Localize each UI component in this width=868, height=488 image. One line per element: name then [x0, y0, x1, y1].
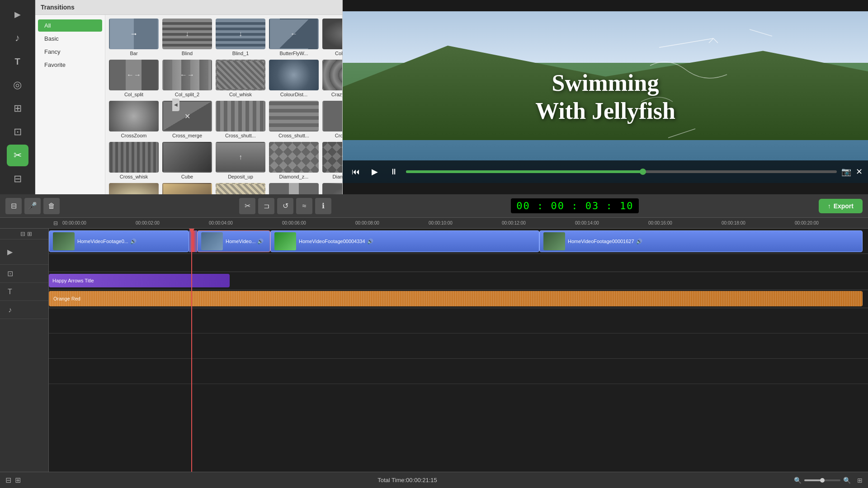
transition-item-crossshut[interactable]: Cross_shutt...	[216, 101, 265, 138]
ruler-mark: 00:00:10:00	[429, 221, 502, 225]
sidebar-icon-audio[interactable]: ♪	[7, 27, 28, 49]
transition-item-colourdist[interactable]: ColourDist...	[269, 60, 319, 97]
title-clip[interactable]: Happy Arrows Title	[49, 274, 230, 287]
transition-item-crosszoom[interactable]: CrossZoom	[109, 101, 159, 138]
transition-icon-blind1: ↓	[239, 30, 242, 38]
video-clip-1[interactable]: HomeVideoFootage0... 🔊	[49, 230, 189, 252]
zoom-controls: 🔍 🔍 ⊞	[794, 477, 863, 484]
transition-thumb-crossmerge: ✕	[162, 101, 212, 131]
transition-item-doorway[interactable]: ←→DoorWay	[269, 183, 319, 194]
transition-label-diamondz: Diamond_z...	[279, 174, 309, 179]
transition-item-crosswhisk[interactable]: Cross_whisk	[109, 142, 159, 179]
preview-close-button[interactable]: ✕	[856, 167, 863, 177]
transition-thumb-diamondz	[269, 142, 319, 173]
transition-item-colmerge[interactable]: →Col_merge	[322, 19, 342, 56]
export-label: Export	[834, 202, 854, 210]
preview-title-line1: Swimming	[552, 70, 659, 96]
zoom-slider[interactable]	[804, 479, 840, 481]
transition-item-bar[interactable]: →Bar	[109, 19, 159, 56]
transition-item-butterfly[interactable]: ←ButterFlyW...	[269, 19, 319, 56]
add-track-icon[interactable]: ⊟	[20, 230, 25, 237]
preview-title-line2: With Jellyfish	[535, 98, 675, 124]
play-button[interactable]: ▶	[368, 165, 382, 178]
transition-thumb-cube	[162, 142, 212, 173]
zoom-in-icon[interactable]: 🔍	[843, 477, 851, 484]
transition-item-drop[interactable]: ↓Drop	[322, 183, 342, 194]
sidebar-icon-overlay[interactable]: ⊞	[7, 98, 28, 119]
grid-icon[interactable]: ⊞	[27, 230, 32, 237]
preview-title-text: Swimming With Jellyfish	[535, 69, 675, 126]
zoom-out-icon[interactable]: 🔍	[794, 477, 802, 484]
category-favorite[interactable]: Favorite	[38, 59, 102, 71]
delete-button[interactable]: 🗑	[43, 198, 60, 214]
sidebar-icon-templates[interactable]: ⊟	[7, 168, 28, 190]
transition-item-depositup[interactable]: ↑Deposit_up	[216, 142, 265, 179]
transition-item-colwhisk[interactable]: Col_whisk	[216, 60, 265, 97]
fit-view-button[interactable]: ⊞	[857, 477, 863, 484]
transition-item-dissolve[interactable]: Dissolve	[162, 183, 212, 194]
transition-label-crossshut: Cross_shutt...	[225, 133, 256, 138]
info-button[interactable]: ℹ	[315, 198, 331, 214]
transition-item-diamondz[interactable]: Diamond_z...	[269, 142, 319, 179]
video-track-icon: ▶	[4, 246, 16, 258]
transition-item-dissolve2[interactable]: Dissolve 2	[216, 183, 265, 194]
category-fancy[interactable]: Fancy	[38, 46, 102, 58]
rewind-button[interactable]: ⏮	[348, 165, 363, 178]
transition-label-colourdist: ColourDist...	[280, 92, 308, 97]
transition-item-dispblur[interactable]: Dispersionblur	[109, 183, 159, 194]
transitions-panel: Transitions All Basic Fancy Favorite ◀ →…	[35, 0, 343, 194]
blank-tracks	[49, 308, 868, 472]
transition-item-crossshut2[interactable]: Cross_shutt...	[269, 101, 319, 138]
audio-clip[interactable]: Orange Red	[49, 291, 863, 306]
transition-item-crazyparam[interactable]: CrazyParam...	[322, 60, 342, 97]
preview-area: Swimming With Jellyfish ⏮ ▶ ⏸ 📷 ✕	[343, 0, 868, 194]
transition-item-cube[interactable]: Cube	[162, 142, 212, 179]
video-clip-4[interactable]: HomeVideoFootage00001627 🔊	[539, 230, 863, 252]
transition-thumb-crazyparam	[322, 60, 342, 90]
track-label-image: ⊡	[0, 265, 48, 283]
transition-item-colsplit[interactable]: ←→Col_split	[109, 60, 159, 97]
transition-item-diamondz2[interactable]: Diamond_z...	[322, 142, 342, 179]
transition-label-cube: Cube	[181, 174, 193, 179]
screenshot-button[interactable]: 📷	[841, 167, 851, 177]
category-all[interactable]: All	[38, 19, 102, 32]
bottom-grid-icon[interactable]: ⊟	[5, 476, 11, 484]
transition-marker-1[interactable]	[189, 230, 197, 252]
sidebar-icon-text[interactable]: T	[7, 51, 28, 72]
transition-item-blind[interactable]: ↓Blind	[162, 19, 212, 56]
audio-track: Orange Red	[49, 290, 868, 308]
collapse-arrow[interactable]: ◀	[172, 99, 179, 111]
trim-button[interactable]: ⊐	[258, 198, 274, 214]
category-basic[interactable]: Basic	[38, 33, 102, 45]
ruler-mark: 00:00:20:00	[795, 221, 868, 225]
audio-button[interactable]: ≈	[296, 198, 312, 214]
track-labels: ⊟ ⊞ ▶ ⊡ T ♪	[0, 229, 49, 472]
transition-item-colsplit2[interactable]: ←→Col_split_2	[162, 60, 212, 97]
sidebar-icon-media[interactable]: ▶	[7, 4, 28, 25]
record-button[interactable]: 🎤	[24, 198, 41, 214]
timecode-highlight: 03 : 10	[585, 200, 634, 211]
blank-row-2	[49, 333, 868, 359]
transition-item-crossmerge[interactable]: ✕Cross_merge	[162, 101, 212, 138]
ruler-mark: 00:00:14:00	[575, 221, 648, 225]
sidebar-icon-photo[interactable]: ⊡	[7, 121, 28, 143]
split-button[interactable]: ⊟	[5, 198, 22, 214]
cut-button[interactable]: ✂	[239, 198, 255, 214]
undo-button[interactable]: ↺	[277, 198, 293, 214]
export-icon: ↑	[828, 202, 831, 210]
transition-icon-depositup: ↑	[239, 153, 242, 161]
transition-item-blind1[interactable]: ↓Blind_1	[216, 19, 265, 56]
transition-item-crosssplit[interactable]: Cross_split	[322, 101, 342, 138]
export-button[interactable]: ↑ Export	[819, 199, 863, 213]
sidebar-icon-transitions[interactable]: ✂	[7, 145, 28, 166]
progress-knob[interactable]	[640, 169, 646, 175]
video-clip-2[interactable]: HomeVideo... 🔊	[197, 230, 270, 252]
pause-button[interactable]: ⏸	[386, 165, 401, 178]
zoom-slider-knob[interactable]	[820, 478, 825, 483]
progress-bar[interactable]	[406, 170, 837, 173]
video-clip-3[interactable]: HomeVideoFootage00004334 🔊	[270, 230, 539, 252]
bottom-list-icon[interactable]: ⊞	[15, 476, 21, 484]
sidebar-icon-effects[interactable]: ◎	[7, 74, 28, 96]
transition-thumb-butterfly: ←	[269, 19, 319, 49]
blank-row-1	[49, 308, 868, 333]
